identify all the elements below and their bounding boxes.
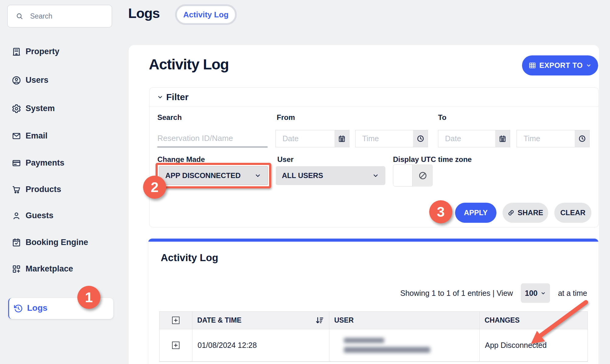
filter-collapse-toggle[interactable]: Filter bbox=[157, 92, 188, 102]
expand-row-button[interactable] bbox=[160, 329, 192, 361]
column-header-date-time[interactable]: DATE & TIME bbox=[192, 312, 329, 329]
sidebar-item-label: Property bbox=[26, 47, 59, 56]
annotation-arrow bbox=[517, 297, 594, 348]
activity-log-panel-title: Activity Log bbox=[161, 252, 218, 264]
to-date-input[interactable]: Date bbox=[438, 130, 510, 147]
toggle-knob bbox=[393, 164, 412, 187]
history-icon bbox=[13, 303, 23, 313]
sidebar-item-label: Marketplace bbox=[26, 264, 73, 274]
chevron-down-icon bbox=[540, 290, 546, 296]
calendar-icon bbox=[338, 135, 346, 143]
ban-icon bbox=[418, 171, 427, 180]
calendar-icon-button[interactable] bbox=[495, 130, 510, 147]
cart-icon bbox=[12, 185, 21, 194]
sidebar-item-users[interactable]: Users bbox=[0, 74, 127, 87]
envelope-icon bbox=[12, 131, 21, 141]
filter-title: Filter bbox=[166, 92, 188, 102]
person-icon bbox=[12, 211, 21, 221]
sidebar-item-marketplace[interactable]: Marketplace bbox=[0, 263, 127, 276]
sidebar-item-label: System bbox=[26, 104, 55, 113]
at-a-time-text: at a time bbox=[558, 289, 587, 298]
user-select[interactable]: ALL USERS bbox=[276, 166, 385, 185]
sort-descending-icon bbox=[315, 316, 324, 325]
from-time-input[interactable]: Time bbox=[355, 130, 428, 147]
cell-date-time: 01/08/2024 12:28 bbox=[192, 329, 329, 361]
credit-card-icon bbox=[12, 158, 21, 168]
table-grid-icon bbox=[528, 61, 536, 69]
export-to-label: EXPORT TO bbox=[539, 61, 583, 70]
sidebar-item-booking-engine[interactable]: Booking Engine bbox=[0, 236, 127, 250]
reservation-search-placeholder: Reservation ID/Name bbox=[157, 134, 233, 143]
clock-icon bbox=[416, 135, 425, 143]
divider bbox=[149, 107, 598, 107]
reservation-search-input[interactable]: Reservation ID/Name bbox=[157, 130, 268, 147]
sidebar-item-email[interactable]: Email bbox=[0, 130, 127, 143]
sidebar-item-label: Email bbox=[26, 131, 47, 141]
grid-plus-icon bbox=[12, 264, 21, 274]
calendar-icon bbox=[499, 135, 507, 143]
clock-icon bbox=[578, 135, 586, 143]
from-date-input[interactable]: Date bbox=[275, 130, 349, 147]
section-title: Activity Log bbox=[149, 56, 229, 73]
clear-button[interactable]: CLEAR bbox=[554, 203, 591, 223]
expand-all-button[interactable] bbox=[160, 312, 192, 329]
redacted-user-email bbox=[344, 347, 430, 353]
to-label: To bbox=[438, 113, 447, 122]
user-badge-icon bbox=[12, 75, 21, 85]
sidebar-item-guests[interactable]: Guests bbox=[0, 209, 127, 223]
user-label: User bbox=[277, 155, 293, 164]
sidebar-search-placeholder: Search bbox=[30, 12, 52, 20]
utc-label: Display UTC time zone bbox=[393, 155, 472, 164]
link-icon bbox=[507, 209, 515, 216]
clock-icon-button[interactable] bbox=[413, 130, 428, 147]
cell-user-redacted bbox=[329, 329, 480, 361]
page-title: Logs bbox=[128, 5, 160, 21]
sidebar-item-label: Booking Engine bbox=[26, 238, 88, 247]
sidebar-item-label: Products bbox=[26, 185, 61, 194]
search-label: Search bbox=[157, 113, 182, 122]
calendar-check-icon bbox=[12, 238, 21, 247]
plus-square-icon bbox=[172, 341, 180, 349]
panel-accent-bar bbox=[148, 239, 598, 242]
sidebar-item-products[interactable]: Products bbox=[0, 183, 127, 197]
change-made-value: APP DISCONNECTED bbox=[165, 171, 241, 180]
sidebar-item-label: Users bbox=[26, 75, 48, 85]
plus-square-icon bbox=[172, 316, 180, 324]
sidebar-item-payments[interactable]: Payments bbox=[0, 157, 127, 170]
sidebar-item-property[interactable]: Property bbox=[0, 45, 127, 59]
change-made-label: Change Made bbox=[157, 155, 205, 164]
annotation-step-3-badge: 3 bbox=[429, 200, 452, 223]
column-header-user[interactable]: USER bbox=[329, 312, 480, 329]
sidebar-item-system[interactable]: System bbox=[0, 102, 127, 116]
user-select-value: ALL USERS bbox=[282, 171, 323, 180]
export-to-button[interactable]: EXPORT TO bbox=[522, 55, 598, 75]
from-label: From bbox=[277, 113, 295, 122]
annotation-step-2-badge: 2 bbox=[143, 176, 166, 199]
tab-activity-log[interactable]: Activity Log bbox=[175, 4, 237, 25]
apply-button[interactable]: APPLY bbox=[455, 203, 496, 223]
clock-icon-button[interactable] bbox=[575, 130, 589, 147]
to-time-input[interactable]: Time bbox=[517, 130, 590, 147]
annotation-step-1-badge: 1 bbox=[77, 286, 100, 309]
showing-entries-text: Showing 1 to 1 of 1 entries | View bbox=[400, 289, 513, 298]
utc-timezone-toggle[interactable] bbox=[393, 164, 433, 187]
gear-icon bbox=[12, 104, 21, 114]
sidebar-item-label: Payments bbox=[26, 158, 65, 168]
share-button[interactable]: SHARE bbox=[503, 203, 548, 223]
chevron-down-icon bbox=[372, 172, 379, 179]
sidebar-search-input[interactable]: Search bbox=[7, 5, 112, 27]
search-icon bbox=[16, 12, 23, 20]
sidebar-item-label: Guests bbox=[26, 211, 54, 220]
change-made-select[interactable]: APP DISCONNECTED bbox=[159, 166, 268, 185]
calendar-icon-button[interactable] bbox=[335, 130, 349, 147]
redacted-user-name bbox=[344, 338, 384, 343]
building-icon bbox=[12, 47, 21, 57]
filter-panel: Filter Search From To Reservation ID/Nam… bbox=[149, 87, 599, 227]
chevron-down-icon bbox=[254, 172, 261, 179]
toggle-off-zone bbox=[412, 164, 433, 187]
chevron-down-icon bbox=[586, 62, 592, 68]
app-root: Search Property Users System Email Payme… bbox=[0, 0, 610, 364]
chevron-down-icon bbox=[157, 94, 163, 100]
sidebar-item-label: Logs bbox=[27, 303, 47, 313]
